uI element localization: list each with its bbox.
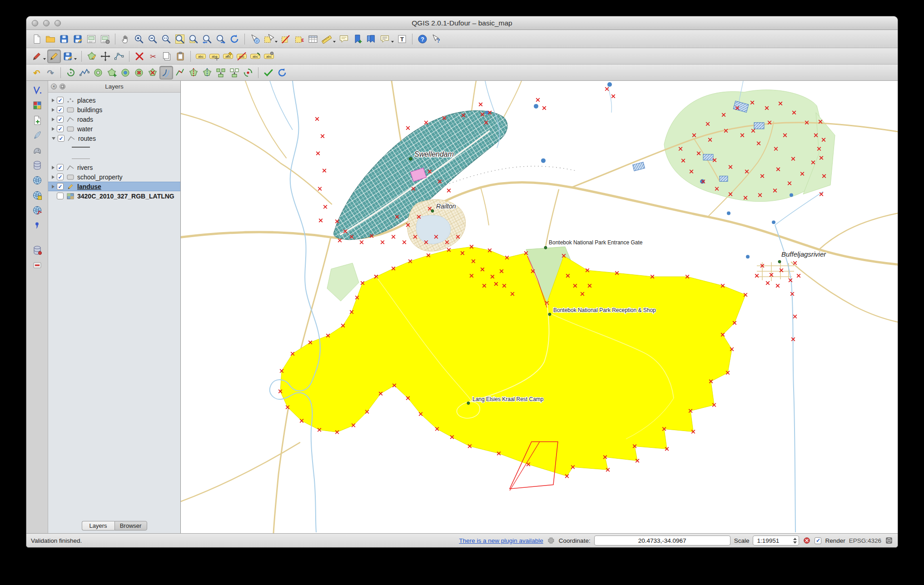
layer-item-landuse[interactable]: ✓ landuse: [48, 182, 180, 191]
layer-item-school-property[interactable]: ✓ school_property: [48, 172, 180, 182]
rotate-point-symbols-button[interactable]: [241, 66, 255, 79]
layer-item-routes[interactable]: ✓ routes: [48, 134, 180, 143]
open-project-button[interactable]: [44, 32, 57, 46]
simplify-feature-button[interactable]: [78, 66, 91, 79]
add-postgis-layer-button[interactable]: [30, 144, 44, 157]
move-label-button[interactable]: [208, 50, 221, 63]
check-geometries-button[interactable]: [262, 66, 275, 79]
layer-checkbox-places[interactable]: ✓: [57, 97, 64, 104]
add-wcs-layer-button[interactable]: [30, 188, 44, 202]
zoom-to-selection-button[interactable]: [187, 32, 200, 46]
add-mssql-layer-button[interactable]: [30, 159, 44, 172]
add-ring-button[interactable]: [91, 66, 105, 79]
merge-features-button[interactable]: [214, 66, 228, 79]
layer-checkbox-roads[interactable]: ✓: [57, 116, 64, 123]
layer-label[interactable]: school_property: [77, 174, 123, 181]
expand-arrow-icon[interactable]: [52, 175, 55, 179]
new-project-button[interactable]: [30, 32, 44, 46]
layer-item-places[interactable]: ✓ places: [48, 95, 180, 105]
map-tips-button[interactable]: [337, 32, 351, 46]
zoom-full-button[interactable]: [173, 32, 187, 46]
layer-label[interactable]: roads: [77, 116, 93, 123]
layer-checkbox-water[interactable]: ✓: [57, 125, 64, 132]
add-raster-layer-button[interactable]: [30, 99, 44, 112]
save-project-button[interactable]: [57, 32, 71, 46]
layer-checkbox-rivers[interactable]: ✓: [57, 164, 64, 171]
select-by-expression-button[interactable]: ε: [293, 32, 306, 46]
toggle-editing-button[interactable]: [47, 50, 61, 63]
tab-browser[interactable]: Browser: [114, 521, 147, 530]
redraw-button[interactable]: [275, 66, 289, 79]
expand-arrow-icon[interactable]: [52, 127, 55, 131]
zoom-out-button[interactable]: [146, 32, 159, 46]
layer-label[interactable]: landuse: [77, 183, 101, 190]
new-print-composer-button[interactable]: [84, 32, 98, 46]
tab-layers[interactable]: Layers: [82, 521, 114, 530]
stop-rendering-icon[interactable]: [803, 536, 811, 545]
pin-label-button[interactable]: [221, 50, 235, 63]
delete-selected-button[interactable]: [133, 50, 146, 63]
show-hidden-labels-button[interactable]: [235, 50, 248, 63]
add-oracle-layer-button[interactable]: [30, 243, 44, 257]
layer-checkbox-school-property[interactable]: ✓: [57, 174, 64, 180]
layer-item-raster[interactable]: 3420C_2010_327_RGB_LATLNG: [48, 191, 180, 201]
composer-manager-button[interactable]: [98, 32, 112, 46]
zoom-native-button[interactable]: [159, 32, 173, 46]
delete-part-button[interactable]: [146, 66, 159, 79]
help-button[interactable]: ?: [416, 32, 429, 46]
map-canvas[interactable]: Swellendam Railton Bontebok National Par…: [181, 81, 898, 533]
layer-item-rivers[interactable]: ✓ rivers: [48, 163, 180, 172]
node-tool-button[interactable]: [112, 50, 126, 63]
delete-ring-button[interactable]: [132, 66, 146, 79]
split-parts-button[interactable]: [200, 66, 214, 79]
rotate-label-button[interactable]: [248, 50, 262, 63]
layer-checkbox-landuse[interactable]: ✓: [57, 183, 64, 190]
open-attribute-table-button[interactable]: [306, 32, 320, 46]
add-part-button[interactable]: [105, 66, 119, 79]
plugin-available-link[interactable]: There is a new plugin available: [459, 537, 543, 544]
copy-features-button[interactable]: [160, 50, 174, 63]
close-window-button[interactable]: [32, 20, 38, 26]
layer-label[interactable]: rivers: [77, 164, 93, 171]
deselect-features-button[interactable]: [279, 32, 293, 46]
cut-features-button[interactable]: ✂: [146, 50, 160, 63]
layer-checkbox-routes[interactable]: ✓: [58, 135, 65, 142]
add-delimited-text-layer-button[interactable]: [30, 218, 44, 232]
collapse-arrow-icon[interactable]: [52, 137, 55, 140]
move-feature-button[interactable]: [99, 50, 112, 63]
merge-attributes-button[interactable]: [228, 66, 241, 79]
layer-item-water[interactable]: ✓ water: [48, 124, 180, 134]
add-wfs-layer-button[interactable]: [30, 203, 44, 217]
reshape-features-button[interactable]: [173, 66, 187, 79]
add-wms-layer-button[interactable]: [30, 174, 44, 187]
scale-stepper[interactable]: [793, 538, 797, 544]
render-checkbox[interactable]: ✓: [815, 537, 821, 544]
select-features-button[interactable]: [262, 32, 279, 46]
expand-arrow-icon[interactable]: [52, 99, 55, 102]
expand-arrow-icon[interactable]: [52, 118, 55, 121]
layer-label[interactable]: buildings: [77, 106, 102, 114]
coordinate-input[interactable]: [594, 535, 730, 545]
layer-checkbox-buildings[interactable]: ✓: [57, 106, 64, 113]
new-shapefile-layer-button[interactable]: [30, 114, 44, 127]
identify-button[interactable]: i: [248, 32, 262, 46]
scale-combobox[interactable]: 1:19951: [753, 535, 799, 545]
redo-button[interactable]: ↷: [44, 66, 57, 79]
layer-label[interactable]: routes: [78, 135, 96, 142]
show-bookmarks-button[interactable]: [364, 32, 378, 46]
add-feature-button[interactable]: [85, 50, 99, 63]
zoom-window-button[interactable]: [55, 20, 61, 26]
zoom-in-button[interactable]: [132, 32, 146, 46]
pan-map-button[interactable]: [119, 32, 132, 46]
layer-label[interactable]: 3420C_2010_327_RGB_LATLNG: [77, 193, 174, 200]
fill-ring-button[interactable]: [119, 66, 132, 79]
add-spatialite-layer-button[interactable]: [30, 129, 44, 142]
save-project-as-button[interactable]: [71, 32, 84, 46]
plugin-icon[interactable]: [547, 536, 555, 545]
expand-arrow-icon[interactable]: [52, 108, 55, 112]
split-features-button[interactable]: [187, 66, 200, 79]
current-edits-button[interactable]: [30, 50, 47, 63]
layer-label[interactable]: places: [77, 97, 95, 104]
minimize-window-button[interactable]: [43, 20, 50, 26]
text-annotation-button[interactable]: T: [395, 32, 409, 46]
